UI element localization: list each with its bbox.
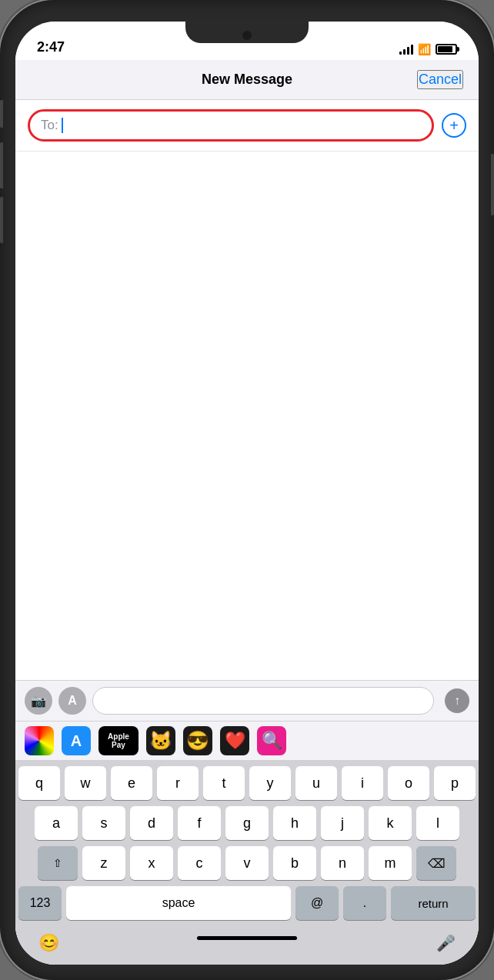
cancel-button[interactable]: Cancel [417,70,463,89]
key-q[interactable]: q [18,766,60,800]
phone-frame: 2:47 📶 New Message Cancel T [0,0,494,980]
space-key[interactable]: space [66,886,291,920]
emoji-button[interactable]: 😊 [38,933,59,953]
key-row-1: q w e r t y u i o p [18,766,476,800]
app-strip: A Apple Pay 🐱 😎 ❤️ [15,721,479,760]
send-icon: ↑ [454,694,460,708]
plus-icon: + [449,117,459,135]
message-area[interactable] [15,152,479,680]
key-j[interactable]: j [321,806,364,840]
key-m[interactable]: m [369,846,412,880]
appstore-app-icon[interactable]: A [62,726,91,755]
to-field-container: To: + [15,100,479,152]
bottom-bar: 😊 🎤 [15,929,479,965]
memoji1-app-icon[interactable]: 🐱 [146,726,175,755]
key-g[interactable]: g [225,806,269,840]
key-h[interactable]: h [273,806,316,840]
key-v[interactable]: v [225,846,269,880]
key-d[interactable]: d [130,806,173,840]
shift-key[interactable]: ⇧ [38,846,78,880]
applepay-label: Apple Pay [102,732,135,749]
key-s[interactable]: s [82,806,125,840]
numbers-key[interactable]: 123 [18,886,62,920]
status-time: 2:47 [37,39,65,55]
to-label: To: [41,118,58,133]
key-row-2: a s d f g h j k l [18,806,476,840]
key-r[interactable]: r [157,766,199,800]
key-w[interactable]: w [65,766,106,800]
key-b[interactable]: b [273,846,316,880]
key-l[interactable]: l [416,806,459,840]
key-u[interactable]: u [295,766,337,800]
nav-bar: New Message Cancel [15,60,479,100]
mute-button[interactable] [0,100,3,128]
signal-icon [399,44,413,55]
nav-title: New Message [202,72,292,88]
applepay-app-icon[interactable]: Apple Pay [98,726,139,755]
backspace-key[interactable]: ⌫ [416,846,456,880]
key-o[interactable]: o [388,766,429,800]
key-y[interactable]: y [249,766,291,800]
key-p[interactable]: p [434,766,476,800]
send-button[interactable]: ↑ [445,688,469,713]
key-a[interactable]: a [35,806,78,840]
status-icons: 📶 [399,43,457,55]
imessage-toolbar: 📷 A ↑ A App [15,680,479,965]
photos-app-icon[interactable] [25,726,54,755]
battery-icon [436,44,457,55]
key-n[interactable]: n [321,846,364,880]
key-k[interactable]: k [369,806,412,840]
key-row-4: 123 space @ . return [18,886,476,920]
camera-icon: 📷 [31,694,46,708]
toolbar-top: 📷 A ↑ [15,681,479,721]
key-c[interactable]: c [178,846,221,880]
key-i[interactable]: i [342,766,383,800]
mic-button[interactable]: 🎤 [436,934,456,952]
appstore-icon: A [68,694,77,708]
text-cursor [62,118,63,133]
key-z[interactable]: z [82,846,125,880]
hearts-app-icon[interactable]: ❤️ [220,726,249,755]
phone-screen: 2:47 📶 New Message Cancel T [15,22,479,965]
return-key[interactable]: return [391,886,476,920]
search-app-icon[interactable]: 🔍 [257,726,286,755]
home-indicator[interactable] [197,936,297,940]
volume-up-button[interactable] [0,142,3,188]
wifi-icon: 📶 [418,43,431,55]
volume-down-button[interactable] [0,197,3,243]
period-key[interactable]: . [343,886,386,920]
at-key[interactable]: @ [295,886,339,920]
key-t[interactable]: t [203,766,245,800]
key-f[interactable]: f [178,806,221,840]
power-button[interactable] [491,154,494,215]
camera-dot [242,31,252,40]
keyboard: q w e r t y u i o p a s d f g [15,760,479,929]
key-e[interactable]: e [111,766,152,800]
notch [185,22,309,43]
appstore-button[interactable]: A [58,687,86,715]
key-row-3: ⇧ z x c v b n m ⌫ [18,846,476,880]
message-input[interactable] [92,687,434,715]
to-input-wrapper[interactable]: To: [28,109,434,142]
camera-button[interactable]: 📷 [25,687,52,715]
memoji2-app-icon[interactable]: 😎 [183,726,212,755]
add-contact-button[interactable]: + [442,113,466,138]
key-x[interactable]: x [130,846,173,880]
